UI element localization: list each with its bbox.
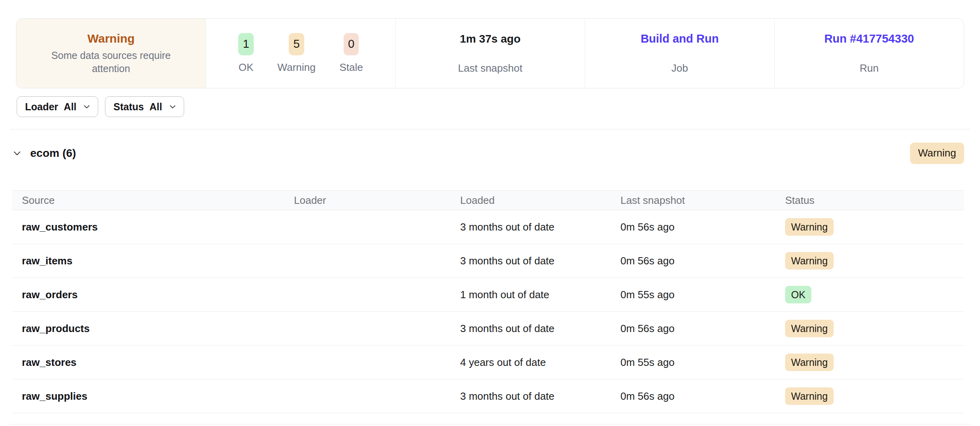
stale-count-badge: 0 (344, 33, 359, 55)
status-badge: Warning (785, 387, 834, 405)
column-header-status: Status (785, 194, 964, 207)
last-snapshot-cell: 0m 56s ago (620, 390, 785, 403)
count-ok: 1 OK (238, 33, 253, 74)
source-group-title: ecom (6) (30, 147, 76, 160)
filter-bar: Loader All Status All (17, 96, 980, 117)
source-name: raw_products (22, 322, 294, 335)
run-link[interactable]: Run #417754330 (824, 32, 914, 45)
source-name: raw_orders (22, 289, 294, 301)
status-badge: Warning (785, 252, 834, 270)
loaded-cell: 3 months out of date (460, 322, 620, 335)
overall-status-card: Warning Some data sources require attent… (16, 19, 206, 88)
overall-status-title: Warning (88, 32, 135, 45)
status-cell: Warning (785, 252, 964, 270)
chevron-down-icon (83, 103, 91, 111)
column-header-last-snapshot: Last snapshot (620, 194, 785, 207)
status-badge: OK (785, 286, 811, 304)
table-row: raw_items 3 months out of date 0m 56s ag… (12, 244, 964, 278)
status-cell: Warning (785, 218, 964, 236)
source-group-status-badge: Warning (910, 143, 964, 164)
column-header-loaded: Loaded (460, 194, 620, 207)
status-filter-value: All (150, 101, 162, 113)
last-snapshot-cell: 0m 55s ago (620, 289, 785, 301)
status-counts-card: 1 OK 5 Warning 0 Stale (206, 19, 395, 88)
section-divider (10, 129, 970, 129)
table-row: raw_customers 3 months out of date 0m 56… (12, 210, 964, 244)
last-snapshot-label: Last snapshot (458, 62, 523, 74)
source-name: raw_items (22, 255, 294, 267)
last-snapshot-cell: 0m 56s ago (620, 255, 785, 267)
loader-filter-dropdown[interactable]: Loader All (17, 96, 98, 117)
last-snapshot-cell: 0m 56s ago (620, 322, 785, 335)
status-cell: Warning (785, 354, 964, 371)
status-cell: Warning (785, 387, 964, 405)
source-group-header-ecom[interactable]: ecom (6) Warning (12, 142, 964, 164)
loader-filter-value: All (64, 101, 76, 113)
source-name: raw_customers (22, 221, 294, 233)
run-label: Run (859, 62, 879, 74)
status-cell: OK (785, 286, 964, 304)
source-name: raw_stores (22, 356, 294, 369)
chevron-down-icon[interactable] (12, 148, 30, 158)
ok-count-badge: 1 (238, 33, 253, 55)
loaded-cell: 3 months out of date (460, 221, 620, 233)
loaded-cell: 1 month out of date (460, 289, 620, 301)
table-row: raw_supplies 3 months out of date 0m 56s… (12, 379, 964, 413)
status-badge: Warning (785, 354, 834, 371)
column-header-source: Source (22, 194, 294, 207)
table-row: raw_products 3 months out of date 0m 56s… (12, 312, 964, 346)
source-name: raw_supplies (22, 390, 294, 403)
loaded-cell: 4 years out of date (460, 356, 620, 369)
count-stale: 0 Stale (339, 33, 363, 74)
table-header-row: Source Loader Loaded Last snapshot Statu… (12, 190, 964, 210)
job-link[interactable]: Build and Run (641, 32, 719, 45)
count-warning: 5 Warning (278, 33, 316, 74)
job-card: Build and Run Job (585, 19, 774, 88)
warning-count-badge: 5 (289, 33, 304, 55)
job-label: Job (671, 62, 688, 74)
status-filter-label: Status (113, 101, 144, 113)
column-header-loader: Loader (294, 194, 460, 207)
status-filter-dropdown[interactable]: Status All (105, 96, 184, 117)
status-badge: Warning (785, 218, 834, 236)
last-snapshot-cell: 0m 56s ago (620, 221, 785, 233)
ok-count-label: OK (239, 61, 254, 74)
chevron-down-icon (169, 103, 177, 111)
last-snapshot-card: 1m 37s ago Last snapshot (395, 19, 585, 88)
sources-table: Source Loader Loaded Last snapshot Statu… (12, 190, 964, 413)
status-summary-bar: Warning Some data sources require attent… (16, 18, 964, 88)
section-divider (10, 424, 970, 424)
warning-count-label: Warning (278, 61, 316, 74)
status-badge: Warning (785, 320, 834, 338)
table-row: raw_stores 4 years out of date 0m 55s ag… (12, 346, 964, 379)
stale-count-label: Stale (339, 61, 363, 74)
loaded-cell: 3 months out of date (460, 390, 620, 403)
status-cell: Warning (785, 320, 964, 338)
run-card: Run #417754330 Run (774, 19, 964, 88)
table-row: raw_orders 1 month out of date 0m 55s ag… (12, 278, 964, 312)
overall-status-subtitle: Some data sources require attention (43, 49, 180, 75)
loader-filter-label: Loader (25, 101, 58, 113)
last-snapshot-cell: 0m 55s ago (620, 356, 785, 369)
last-snapshot-value: 1m 37s ago (460, 33, 521, 45)
loaded-cell: 3 months out of date (460, 255, 620, 267)
